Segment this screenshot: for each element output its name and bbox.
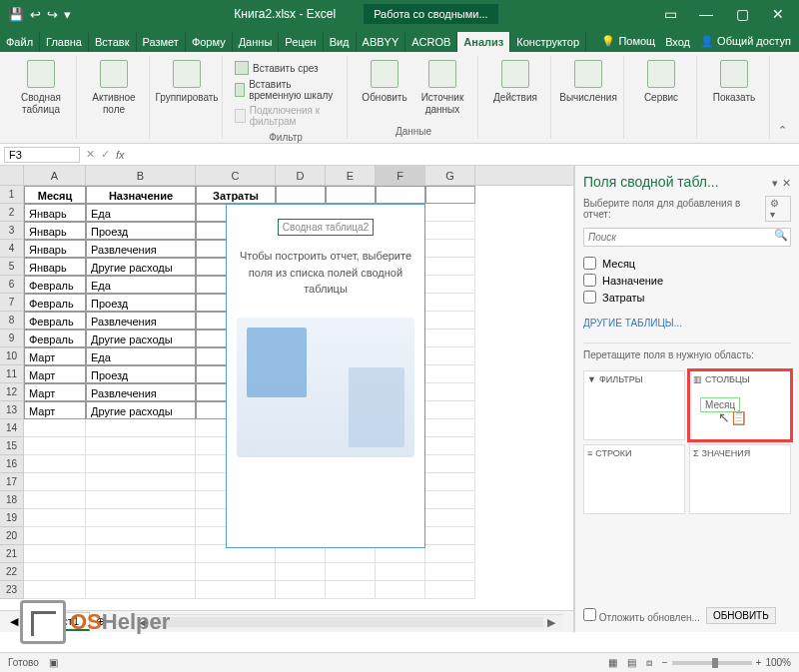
update-button[interactable]: ОБНОВИТЬ (706, 607, 776, 624)
cell[interactable] (376, 563, 425, 581)
cell[interactable] (86, 581, 196, 599)
cell[interactable] (86, 437, 196, 455)
row-header[interactable]: 23 (0, 581, 24, 599)
row-header[interactable]: 11 (0, 365, 24, 383)
row-header[interactable]: 19 (0, 509, 24, 527)
cell[interactable]: Проезд (86, 222, 196, 240)
close-icon[interactable]: ✕ (761, 6, 795, 22)
hscroll-track[interactable] (151, 617, 543, 627)
cell[interactable]: Другие расходы (86, 330, 196, 347)
cell[interactable] (425, 347, 475, 365)
tell-me-search[interactable]: 💡 Помощ (601, 35, 655, 48)
cell[interactable] (425, 258, 475, 276)
save-icon[interactable]: 💾 (8, 7, 24, 22)
cell[interactable] (326, 581, 376, 599)
cell[interactable]: Февраль (24, 312, 86, 330)
tab-design[interactable]: Конструктор (510, 32, 586, 52)
sheet-nav-prev-icon[interactable]: ◀ (10, 615, 18, 628)
row-header[interactable]: 14 (0, 419, 24, 437)
cell[interactable]: Проезд (86, 294, 196, 312)
cell[interactable] (425, 186, 475, 204)
cell[interactable] (425, 240, 475, 258)
row-header[interactable]: 12 (0, 383, 24, 401)
undo-icon[interactable]: ↩ (30, 7, 41, 22)
row-header[interactable]: 4 (0, 240, 24, 258)
field-item[interactable]: Месяц (583, 257, 791, 270)
pane-search[interactable]: 🔍 (583, 228, 791, 247)
cell[interactable] (425, 545, 475, 563)
tools-button[interactable]: Сервис (632, 58, 690, 106)
cell[interactable]: Еда (86, 276, 196, 294)
pane-chevron-icon[interactable]: ▾ (772, 177, 778, 189)
cell[interactable] (425, 365, 475, 383)
name-box[interactable]: F3 (4, 147, 80, 163)
cell[interactable] (196, 581, 276, 599)
show-button[interactable]: Показать (705, 58, 763, 106)
row-header[interactable]: 18 (0, 491, 24, 509)
zoom-in-icon[interactable]: + (756, 657, 762, 668)
cell[interactable] (276, 563, 326, 581)
cell[interactable] (425, 419, 475, 437)
pivot-table-button[interactable]: Сводная таблица (12, 58, 70, 118)
cell[interactable]: Февраль (24, 330, 86, 347)
cell[interactable] (24, 563, 86, 581)
tab-data[interactable]: Данны (233, 32, 280, 52)
zoom-out-icon[interactable]: − (662, 657, 668, 668)
dropzone-values[interactable]: Σ ЗНАЧЕНИЯ (689, 444, 791, 514)
tab-abbyy[interactable]: ABBYY (357, 32, 406, 52)
cell[interactable] (24, 581, 86, 599)
cell[interactable]: Январь (24, 258, 86, 276)
cell[interactable]: Март (24, 365, 86, 383)
cell[interactable] (425, 455, 475, 473)
cell[interactable] (376, 581, 425, 599)
tab-insert[interactable]: Вставк (89, 32, 137, 52)
row-header[interactable]: 21 (0, 545, 24, 563)
cell[interactable] (425, 222, 475, 240)
tab-analyze[interactable]: Анализ (457, 32, 510, 52)
row-header[interactable]: 22 (0, 563, 24, 581)
cell[interactable] (86, 509, 196, 527)
tab-view[interactable]: Вид (324, 32, 357, 52)
cell[interactable] (24, 473, 86, 491)
select-all-corner[interactable] (0, 166, 24, 185)
minimize-icon[interactable]: — (689, 6, 723, 22)
qat-more-icon[interactable]: ▾ (64, 7, 71, 22)
tab-home[interactable]: Главна (40, 32, 89, 52)
cell[interactable] (326, 186, 376, 204)
dropzone-filters[interactable]: ▼ ФИЛЬТРЫ (583, 370, 685, 440)
row-header[interactable]: 6 (0, 276, 24, 294)
cell[interactable] (326, 563, 376, 581)
cell[interactable] (86, 545, 196, 563)
cell[interactable] (24, 509, 86, 527)
cell[interactable] (86, 455, 196, 473)
tab-review[interactable]: Рецен (279, 32, 323, 52)
row-header[interactable]: 2 (0, 204, 24, 222)
cancel-formula-icon[interactable]: ✕ (86, 148, 95, 161)
row-header[interactable]: 5 (0, 258, 24, 276)
cell[interactable] (276, 186, 326, 204)
cell[interactable] (425, 563, 475, 581)
row-header[interactable]: 3 (0, 222, 24, 240)
defer-update-checkbox[interactable]: Отложить обновлен... (583, 608, 700, 623)
row-header[interactable]: 10 (0, 347, 24, 365)
cell[interactable]: Другие расходы (86, 401, 196, 419)
cell[interactable]: Март (24, 347, 86, 365)
field-checkbox[interactable] (583, 274, 596, 287)
cell[interactable]: Январь (24, 240, 86, 258)
row-header[interactable]: 20 (0, 527, 24, 545)
cell[interactable] (196, 563, 276, 581)
cell[interactable] (425, 581, 475, 599)
cell[interactable]: Развлечения (86, 383, 196, 401)
cell[interactable] (86, 491, 196, 509)
maximize-icon[interactable]: ▢ (725, 6, 759, 22)
col-header[interactable]: D (276, 166, 326, 185)
row-header[interactable]: 9 (0, 330, 24, 347)
cell[interactable]: Еда (86, 347, 196, 365)
cell[interactable]: Февраль (24, 276, 86, 294)
cell[interactable] (425, 491, 475, 509)
zoom-level[interactable]: 100% (765, 657, 791, 668)
enter-formula-icon[interactable]: ✓ (101, 148, 110, 161)
cell[interactable]: Другие расходы (86, 258, 196, 276)
signin-link[interactable]: Вход (665, 36, 690, 48)
macro-record-icon[interactable]: ▣ (49, 657, 58, 668)
